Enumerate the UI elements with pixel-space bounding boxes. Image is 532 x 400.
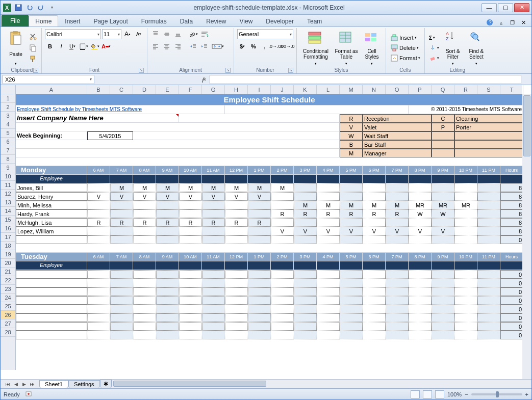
align-top-icon[interactable] bbox=[150, 29, 161, 39]
svg-rect-12 bbox=[32, 46, 36, 51]
fill-color-icon[interactable]: ▾ bbox=[90, 41, 100, 51]
sheet-tab-sheet1[interactable]: Sheet1 bbox=[39, 380, 68, 388]
sort-filter-button[interactable]: AZSort & Filter▾ bbox=[442, 29, 464, 67]
name-box[interactable]: X26▾ bbox=[3, 75, 94, 84]
merge-center-icon[interactable]: ▾ bbox=[211, 41, 225, 51]
align-middle-icon[interactable] bbox=[162, 29, 172, 39]
percent-icon[interactable]: % bbox=[248, 41, 259, 51]
grid[interactable]: Employee Shift ScheduleEmployee Shift Sc… bbox=[16, 94, 522, 379]
minimize-ribbon-icon[interactable]: ▵ bbox=[497, 18, 505, 26]
autosum-button[interactable]: Σ ▾ bbox=[428, 33, 440, 43]
save-icon[interactable] bbox=[14, 3, 23, 12]
border-icon[interactable]: ▾ bbox=[79, 41, 89, 51]
redo-icon[interactable] bbox=[36, 3, 45, 12]
tab-data[interactable]: Data bbox=[173, 15, 199, 26]
align-center-icon[interactable] bbox=[162, 41, 172, 51]
excel-icon[interactable]: X bbox=[3, 3, 12, 12]
svg-point-73 bbox=[28, 393, 30, 395]
number-format-combo[interactable]: General▾ bbox=[237, 29, 293, 39]
font-launcher-icon[interactable]: ↘ bbox=[139, 68, 144, 73]
cell-styles-button[interactable]: Cell Styles▾ bbox=[361, 29, 383, 67]
tab-developer[interactable]: Developer bbox=[259, 15, 300, 26]
find-select-button[interactable]: Find & Select▾ bbox=[466, 29, 487, 67]
decrease-indent-icon[interactable] bbox=[188, 41, 198, 51]
normal-view-icon[interactable] bbox=[411, 390, 420, 398]
conditional-formatting-button[interactable]: Conditional Formatting▾ bbox=[300, 29, 332, 67]
increase-indent-icon[interactable] bbox=[199, 41, 210, 51]
formula-bar[interactable] bbox=[210, 75, 521, 84]
minimize-button[interactable]: ― bbox=[482, 3, 497, 12]
group-number: General▾ $▾ % , .0→.00 .00→.0 Number↘ bbox=[234, 28, 297, 73]
macro-record-icon[interactable] bbox=[25, 390, 32, 398]
sheet-tab-settings[interactable]: Settings bbox=[68, 380, 100, 388]
tab-next-icon[interactable]: ▶ bbox=[20, 381, 28, 388]
row-headers[interactable]: 1234567891011121314151617181920212223242… bbox=[1, 94, 16, 370]
column-headers[interactable]: ABCDEFGHIJKLMNOPQRST bbox=[16, 85, 522, 94]
close-workbook-icon[interactable]: ✕ bbox=[519, 18, 527, 26]
clear-button[interactable]: ▾ bbox=[428, 53, 440, 63]
font-name-combo[interactable]: Calibri▾ bbox=[45, 29, 101, 39]
tab-file[interactable]: File bbox=[2, 15, 29, 26]
align-left-icon[interactable] bbox=[150, 41, 161, 51]
zoom-level[interactable]: 100% bbox=[447, 391, 462, 397]
zoom-out-icon[interactable]: − bbox=[465, 391, 468, 397]
close-button[interactable]: ✕ bbox=[514, 3, 529, 12]
new-sheet-icon[interactable]: ✱ bbox=[100, 380, 112, 388]
tab-review[interactable]: Review bbox=[199, 15, 233, 26]
alignment-launcher-icon[interactable]: ↘ bbox=[225, 68, 231, 73]
tab-prev-icon[interactable]: ◀ bbox=[12, 381, 20, 388]
fill-button[interactable]: ▾ bbox=[428, 43, 440, 53]
format-cells-button[interactable]: Format ▾ bbox=[389, 53, 421, 63]
tab-first-icon[interactable]: ⏮ bbox=[4, 381, 12, 388]
italic-icon[interactable]: I bbox=[56, 41, 66, 51]
underline-icon[interactable]: U▾ bbox=[67, 41, 78, 51]
tab-home[interactable]: Home bbox=[29, 15, 58, 26]
insert-cells-button[interactable]: Insert ▾ bbox=[389, 33, 421, 43]
align-bottom-icon[interactable] bbox=[173, 29, 183, 39]
undo-icon[interactable] bbox=[25, 3, 34, 12]
tab-formulas[interactable]: Formulas bbox=[135, 15, 173, 26]
orientation-icon[interactable]: ab▾ bbox=[188, 29, 198, 39]
number-launcher-icon[interactable]: ↘ bbox=[288, 68, 293, 73]
format-as-table-button[interactable]: Format as Table▾ bbox=[334, 29, 359, 67]
qat-customize-icon[interactable]: ▾ bbox=[47, 3, 57, 12]
restore-window-icon[interactable]: ❐ bbox=[508, 18, 516, 26]
align-right-icon[interactable] bbox=[173, 41, 183, 51]
svg-rect-59 bbox=[365, 38, 370, 41]
ribbon: Paste ▾ Clipboard↘ Calibri▾ 11▾ A▴ A▾ bbox=[1, 27, 531, 74]
accounting-icon[interactable]: $▾ bbox=[237, 41, 247, 51]
svg-rect-64 bbox=[393, 49, 396, 51]
paste-button[interactable]: Paste ▾ bbox=[6, 29, 26, 67]
tab-view[interactable]: View bbox=[233, 15, 260, 26]
wrap-text-icon[interactable] bbox=[199, 29, 210, 39]
tab-team[interactable]: Team bbox=[300, 15, 328, 26]
maximize-button[interactable]: ▢ bbox=[498, 3, 513, 12]
zoom-slider[interactable] bbox=[471, 393, 522, 395]
vertical-scrollbar[interactable] bbox=[522, 94, 531, 379]
help-icon[interactable]: ? bbox=[486, 18, 494, 26]
group-styles: Conditional Formatting▾ Format as Table▾… bbox=[297, 28, 386, 73]
select-all-corner[interactable] bbox=[1, 85, 16, 94]
shrink-font-icon[interactable]: A▾ bbox=[134, 29, 144, 39]
cut-icon[interactable] bbox=[28, 32, 38, 42]
decrease-decimal-icon[interactable]: .00→.0 bbox=[282, 41, 292, 51]
copy-icon[interactable] bbox=[28, 43, 38, 53]
font-size-combo[interactable]: 11▾ bbox=[102, 29, 121, 39]
group-clipboard: Paste ▾ Clipboard↘ bbox=[3, 28, 42, 73]
tab-last-icon[interactable]: ⏭ bbox=[28, 381, 36, 388]
clipboard-launcher-icon[interactable]: ↘ bbox=[33, 68, 38, 73]
tab-page-layout[interactable]: Page Layout bbox=[87, 15, 134, 26]
horizontal-scrollbar[interactable] bbox=[112, 380, 531, 388]
page-break-view-icon[interactable] bbox=[435, 390, 444, 398]
svg-rect-14 bbox=[32, 59, 33, 62]
delete-cells-button[interactable]: Delete ▾ bbox=[389, 43, 421, 53]
zoom-in-icon[interactable]: + bbox=[525, 391, 528, 397]
status-ready: Ready bbox=[4, 391, 20, 397]
tab-insert[interactable]: Insert bbox=[58, 15, 87, 26]
font-color-icon[interactable]: A▾ bbox=[101, 41, 111, 51]
page-layout-view-icon[interactable] bbox=[423, 390, 432, 398]
bold-icon[interactable]: B bbox=[45, 41, 55, 51]
format-painter-icon[interactable] bbox=[28, 54, 38, 64]
grow-font-icon[interactable]: A▴ bbox=[122, 29, 133, 39]
fx-icon[interactable]: fx bbox=[198, 75, 210, 84]
